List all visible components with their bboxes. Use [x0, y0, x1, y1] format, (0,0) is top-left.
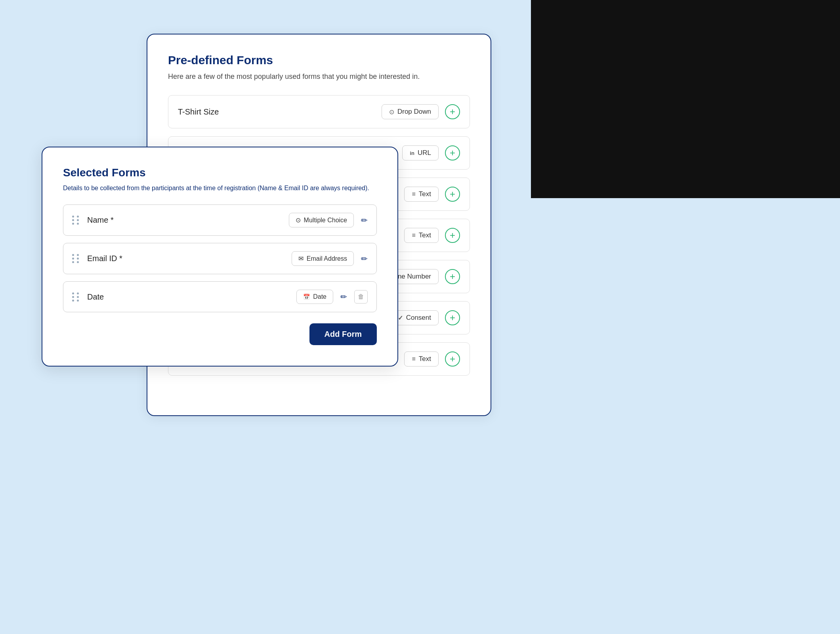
text2-type-label: Text — [419, 231, 431, 239]
selected-row-name: Name * Multiple Choice ✏ — [63, 204, 377, 236]
name-edit-icon[interactable]: ✏ — [361, 216, 368, 225]
linkedin-add-button[interactable]: + — [445, 145, 460, 160]
consent-right: Consent + — [390, 310, 460, 325]
add-form-button[interactable]: Add Form — [309, 323, 377, 345]
consent-add-button[interactable]: + — [445, 310, 460, 325]
institution-right: Text + — [404, 351, 460, 367]
consent-type-label: Consent — [406, 314, 431, 322]
linkedin-type-label: URL — [418, 149, 431, 157]
selected-row-date: Date Date ✏ 🗑 — [63, 281, 377, 312]
emailid-drag-handle[interactable] — [72, 254, 80, 263]
tshirt-right: Drop Down + — [382, 104, 460, 119]
text1-right: Text + — [404, 187, 460, 202]
institution-add-button[interactable]: + — [445, 351, 460, 367]
text1-icon — [412, 191, 415, 198]
selected-title: Selected Forms — [63, 166, 377, 179]
institution-icon — [412, 355, 415, 363]
emailid-edit-icon[interactable]: ✏ — [361, 254, 368, 264]
name-field-label: Name * — [87, 216, 282, 225]
date-type-badge: Date — [296, 290, 333, 304]
linkedin-type-badge: URL — [402, 145, 439, 160]
emailid-type-badge: Email Address — [292, 251, 354, 266]
text1-type-label: Text — [419, 190, 431, 198]
selected-forms-card: Selected Forms Details to be collected f… — [42, 147, 398, 367]
text2-right: Text + — [404, 228, 460, 243]
text1-add-button[interactable]: + — [445, 187, 460, 202]
tshirt-type-label: Drop Down — [397, 108, 431, 116]
institution-type-label: Text — [419, 355, 431, 363]
phone-add-button[interactable]: + — [445, 269, 460, 284]
consent-icon — [398, 314, 403, 322]
date-delete-button[interactable]: 🗑 — [354, 290, 368, 304]
text2-icon — [412, 232, 415, 239]
linkedin-right: URL + — [402, 145, 460, 160]
date-field-label: Date — [87, 292, 289, 302]
emailid-field-label: Email ID * — [87, 254, 284, 263]
text1-type-badge: Text — [404, 187, 439, 202]
predefined-title: Pre-defined Forms — [168, 53, 470, 67]
text2-type-badge: Text — [404, 228, 439, 243]
multiple-choice-icon — [296, 216, 301, 224]
name-type-label: Multiple Choice — [304, 217, 347, 224]
selected-subtitle: Details to be collected from the partici… — [63, 185, 377, 192]
date-edit-icon[interactable]: ✏ — [340, 292, 347, 302]
institution-type-badge: Text — [404, 351, 439, 367]
selected-row-emailid: Email ID * Email Address ✏ — [63, 243, 377, 274]
predefined-row-tshirt: T-Shirt Size Drop Down + — [168, 95, 470, 128]
date-icon — [303, 293, 310, 300]
tshirt-label: T-Shirt Size — [178, 107, 219, 116]
name-drag-handle[interactable] — [72, 216, 80, 225]
date-drag-handle[interactable] — [72, 292, 80, 302]
emailid-type-label: Email Address — [307, 255, 347, 262]
dropdown-icon — [389, 108, 394, 116]
predefined-subtitle: Here are a few of the most popularly use… — [168, 73, 470, 81]
name-type-badge: Multiple Choice — [289, 213, 354, 227]
email-address-icon — [298, 255, 304, 262]
text2-add-button[interactable]: + — [445, 228, 460, 243]
tshirt-type-badge: Drop Down — [382, 104, 439, 119]
tshirt-add-button[interactable]: + — [445, 104, 460, 119]
linkedin-icon — [410, 149, 414, 157]
date-type-label: Date — [313, 293, 326, 300]
